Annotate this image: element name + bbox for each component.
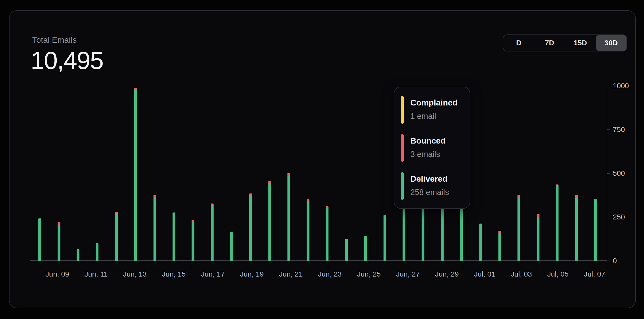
- bar-jun-20[interactable]: [268, 181, 271, 261]
- x-axis-label-empty: [459, 270, 474, 280]
- x-axis-label: Jun, 11: [84, 270, 108, 280]
- tooltip-series-label: Bounced: [410, 136, 446, 146]
- bar-segment-delivered: [498, 233, 501, 261]
- bar-segment-delivered: [364, 236, 367, 261]
- x-axis-label: Jun, 27: [396, 270, 420, 280]
- bar-slot: [164, 86, 183, 261]
- bar-jun-14[interactable]: [153, 195, 156, 261]
- y-axis-tick: [607, 261, 610, 261]
- range-button-15d[interactable]: 15D: [565, 35, 596, 51]
- x-axis-label-empty: [264, 270, 279, 280]
- bar-slot: [183, 86, 202, 261]
- bar-slot: [69, 86, 88, 261]
- range-button-7d[interactable]: 7D: [534, 35, 565, 51]
- bar-jun-23[interactable]: [326, 206, 329, 261]
- bar-segment-bounced: [57, 222, 60, 225]
- bar-segment-delivered: [115, 213, 118, 261]
- bar-jul-06[interactable]: [575, 195, 578, 261]
- x-axis-label-empty: [69, 270, 84, 280]
- x-axis-label-empty: [225, 270, 240, 280]
- bar-segment-delivered: [575, 198, 578, 261]
- metric-label: Total Emails: [32, 35, 77, 45]
- y-axis-line: [607, 86, 607, 261]
- x-axis-label: Jun, 13: [123, 270, 147, 280]
- bar-segment-delivered: [249, 196, 252, 261]
- tooltip-series-label: Complained: [410, 98, 457, 108]
- chart-tooltip: Complained1 emailBounced3 emailsDelivere…: [394, 87, 470, 209]
- bar-slot: [88, 86, 107, 261]
- y-axis-label: 0: [613, 257, 617, 265]
- bar-segment-delivered: [96, 243, 99, 261]
- x-axis-label: Jun, 29: [435, 270, 459, 280]
- bar-jun-17[interactable]: [211, 203, 214, 261]
- tooltip-entry-delivered: Delivered258 emails: [401, 172, 470, 200]
- bar-jun-08[interactable]: [38, 218, 41, 261]
- bar-segment-delivered: [518, 197, 520, 261]
- x-axis-label: Jul, 03: [511, 270, 532, 280]
- bar-segment-delivered: [211, 205, 214, 261]
- bar-jun-25[interactable]: [364, 236, 367, 261]
- x-axis-label-empty: [381, 270, 396, 280]
- bar-segment-delivered: [537, 217, 539, 261]
- bar-jun-22[interactable]: [307, 199, 309, 261]
- bar-jul-07[interactable]: [594, 199, 597, 261]
- bar-jun-26[interactable]: [383, 215, 386, 261]
- bar-segment-delivered: [383, 216, 386, 261]
- bar-slot: [356, 86, 375, 261]
- x-axis-label: Jun, 25: [357, 270, 381, 280]
- bar-segment-bounced: [307, 199, 309, 201]
- bar-jul-05[interactable]: [556, 184, 559, 261]
- bar-slot: [241, 86, 260, 261]
- bar-slot: [548, 86, 567, 261]
- bar-slot: [203, 86, 222, 261]
- x-axis-label: Jun, 15: [162, 270, 186, 280]
- tooltip-series-label: Delivered: [410, 174, 449, 184]
- bar-jun-15[interactable]: [173, 212, 175, 261]
- bar-jun-19[interactable]: [249, 193, 252, 261]
- bar-segment-bounced: [518, 195, 520, 197]
- tooltip-series-value: 258 emails: [410, 188, 449, 197]
- bar-jun-18[interactable]: [230, 232, 233, 261]
- x-axis-label: Jul, 05: [547, 270, 569, 280]
- bar-segment-bounced: [249, 193, 252, 196]
- x-axis-label: Jun, 21: [279, 270, 303, 280]
- bar-jun-13[interactable]: [134, 88, 137, 261]
- tooltip-series-value: 1 email: [410, 112, 457, 121]
- bar-jul-01[interactable]: [479, 224, 482, 261]
- bar-segment-delivered: [307, 201, 309, 261]
- bar-jul-04[interactable]: [537, 214, 539, 261]
- bar-slot: [567, 86, 586, 261]
- bar-jul-03[interactable]: [518, 195, 520, 261]
- range-button-d[interactable]: D: [503, 35, 534, 51]
- bar-segment-bounced: [575, 195, 578, 198]
- bar-segment-delivered: [57, 225, 60, 261]
- bar-jun-11[interactable]: [96, 243, 99, 261]
- x-axis-label-empty: [569, 270, 584, 280]
- bar-segment-bounced: [287, 173, 290, 176]
- bar-jun-24[interactable]: [345, 239, 348, 261]
- bar-jul-02[interactable]: [498, 231, 501, 261]
- range-button-30d[interactable]: 30D: [596, 35, 627, 51]
- legend-pill-delivered: [401, 172, 404, 200]
- y-axis-label: 750: [613, 126, 625, 134]
- bar-slot: [279, 86, 298, 261]
- bar-segment-delivered: [326, 208, 329, 261]
- range-selector: D7D15D30D: [503, 34, 627, 51]
- bar-segment-delivered: [345, 239, 348, 261]
- bar-segment-delivered: [268, 183, 271, 261]
- bar-jun-16[interactable]: [192, 220, 194, 261]
- bar-slot: [509, 86, 528, 261]
- bar-jun-21[interactable]: [287, 173, 290, 261]
- bar-slot: [299, 86, 318, 261]
- x-axis-label: Jun, 19: [240, 270, 264, 280]
- bar-jun-10[interactable]: [77, 249, 80, 261]
- bar-jun-09[interactable]: [57, 222, 60, 261]
- bar-segment-delivered: [77, 249, 80, 261]
- y-axis-tick: [607, 86, 610, 86]
- bar-segment-bounced: [192, 220, 194, 222]
- bar-segment-delivered: [594, 200, 597, 261]
- bar-jun-12[interactable]: [115, 212, 118, 261]
- legend-pill-complained: [401, 96, 404, 124]
- bar-segment-bounced: [153, 195, 156, 198]
- bar-slot: [471, 86, 490, 261]
